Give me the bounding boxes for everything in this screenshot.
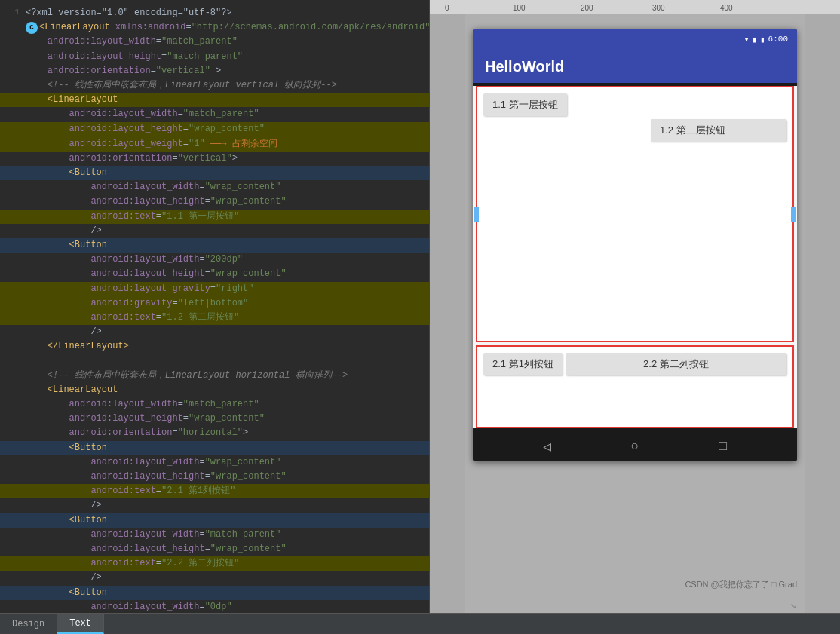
code-line: 1 <?xml version="1.0" encoding="utf-8"?> <box>0 6 429 20</box>
button-1-1[interactable]: 1.1 第一层按钮 <box>483 93 567 116</box>
code-line: /> <box>0 498 429 513</box>
layout-container-horizontal: 2.1 第1列按钮 2.2 第二列按钮 <box>476 345 794 428</box>
code-line: /> <box>0 325 429 339</box>
tab-design-label: Design <box>12 619 44 629</box>
layout-container-vertical: 1.1 第一层按钮 1.2 第二层按钮 <box>476 86 794 342</box>
code-line: android:layout_height="wrap_content" <box>0 267 429 281</box>
code-line: <Button <box>0 166 429 180</box>
code-editor[interactable]: 1 <?xml version="1.0" encoding="utf-8"?>… <box>0 0 430 613</box>
code-text: android:text="1.2 第二层按钮" <box>26 311 426 325</box>
ruler-label-100: 100 <box>513 4 526 12</box>
code-text: /> <box>26 224 426 238</box>
code-line: android:layout_height="wrap_content" <box>0 122 429 136</box>
code-text: <Button <box>26 238 426 253</box>
code-text: <LinearLayout <box>26 93 426 107</box>
code-line: android:layout_gravity="right" <box>0 282 429 296</box>
code-text: /> <box>26 571 426 585</box>
code-line: </LinearLayout> <box>0 339 429 354</box>
horizontal-buttons: 2.1 第1列按钮 2.2 第二列按钮 <box>483 353 786 375</box>
code-line: android:orientation="vertical" > <box>0 64 429 78</box>
code-line: <LinearLayout <box>0 383 429 397</box>
bottom-tabs: Design Text <box>0 613 840 634</box>
c-badge: c <box>26 22 38 34</box>
code-line: android:layout_width="0dp" <box>0 600 429 613</box>
code-line: android:layout_height="wrap_content" <box>0 542 429 556</box>
code-line <box>0 354 429 369</box>
code-line: c<LinearLayout xmlns:android="http://sch… <box>0 20 429 35</box>
button-2-1[interactable]: 2.1 第1列按钮 <box>483 353 563 375</box>
ruler-label-300: 300 <box>652 4 665 12</box>
code-text: <!-- 线性布局中嵌套布局，LinearLayout vertical 纵向排… <box>26 78 426 93</box>
code-line: <Button <box>0 586 429 600</box>
nav-back-icon[interactable]: ◁ <box>543 438 551 455</box>
code-line: android:layout_height="match_parent" <box>0 50 429 64</box>
code-line: /> <box>0 224 429 238</box>
main-area: 1 <?xml version="1.0" encoding="utf-8"?>… <box>0 0 840 613</box>
code-text: android:gravity="left|bottom" <box>26 296 426 311</box>
preview-panel: 0 100 200 300 400 ▾ ▮ ▮ 6:00 <box>430 0 840 613</box>
ruler-label-0: 0 <box>445 4 449 12</box>
code-text: android:text="2.1 第1列按钮" <box>26 484 426 498</box>
code-line: <LinearLayout <box>0 93 429 107</box>
button-2-2[interactable]: 2.2 第二列按钮 <box>566 353 786 375</box>
ruler-label-200: 200 <box>581 4 593 12</box>
battery-icon: ▮ <box>760 35 765 44</box>
code-text: android:layout_gravity="right" <box>26 282 426 296</box>
watermark: CSDN @我把你忘了了 □ Grad <box>685 579 797 590</box>
code-line: android:layout_width="match_parent" <box>0 35 429 49</box>
app-title: HelloWorld <box>485 58 564 75</box>
code-line: <Button <box>0 441 429 455</box>
code-line: <Button <box>0 238 429 253</box>
code-text: <Button <box>26 441 426 455</box>
code-line: <!-- 线性布局中嵌套布局，LinearLayout vertical 纵向排… <box>0 78 429 93</box>
wifi-icon: ▾ <box>744 35 750 44</box>
code-text: <Button <box>26 586 426 600</box>
code-text: android:text="2.2 第二列按钮" <box>26 556 426 571</box>
signal-icon: ▮ <box>752 35 757 44</box>
button-1-2[interactable]: 1.2 第二层按钮 <box>651 119 786 142</box>
line-number: 1 <box>3 6 26 20</box>
nav-recent-icon[interactable]: □ <box>719 439 727 454</box>
code-text: android:layout_height="wrap_content" <box>26 542 426 556</box>
code-text <box>26 354 426 369</box>
ruler-label-400: 400 <box>720 4 733 12</box>
annotation-text: 占剩余空间 <box>232 138 277 149</box>
tab-text[interactable]: Text <box>57 614 104 634</box>
code-text: /> <box>26 498 426 513</box>
status-bar: ▾ ▮ ▮ 6:00 <box>473 29 797 50</box>
top-ruler: 0 100 200 300 400 <box>430 0 840 14</box>
code-line: android:layout_width="200dp" <box>0 253 429 267</box>
code-line: android:layout_height="wrap_content" <box>0 470 429 484</box>
code-line: android:gravity="left|bottom" <box>0 296 429 311</box>
status-icons: ▾ ▮ ▮ 6:00 <box>744 35 788 44</box>
code-line: android:layout_height="wrap_content" <box>0 194 429 209</box>
tab-design[interactable]: Design <box>0 614 57 634</box>
code-text: android:layout_height="wrap_content" <box>26 412 426 426</box>
code-line: android:layout_width="match_parent" <box>0 107 429 121</box>
code-text: </LinearLayout> <box>26 339 426 354</box>
code-text: <Button <box>26 513 426 528</box>
code-text: android:layout_height="wrap_content" <box>26 122 426 136</box>
code-line: android:layout_weight="1" ——→ 占剩余空间 <box>0 136 429 152</box>
code-line: android:layout_height="wrap_content" <box>0 412 429 426</box>
code-text: android:layout_height="wrap_content" <box>26 194 426 209</box>
code-text: android:layout_width="match_parent" <box>26 397 426 412</box>
code-text: android:text="1.1 第一层按钮" <box>26 210 426 224</box>
code-text: /> <box>26 325 426 339</box>
code-line: <!-- 线性布局中嵌套布局，LinearLayout horizontal 横… <box>0 369 429 383</box>
code-text: android:orientation="vertical"> <box>26 152 426 166</box>
code-line: android:layout_width="match_parent" <box>0 397 429 412</box>
preview-content: ▾ ▮ ▮ 6:00 HelloWorld <box>465 14 805 613</box>
code-text: android:layout_height="wrap_content" <box>26 470 426 484</box>
code-text: android:layout_width="match_parent" <box>26 35 426 49</box>
code-line: android:layout_width="match_parent" <box>0 528 429 542</box>
right-handle <box>791 207 796 222</box>
code-line: android:text="1.2 第二层按钮" <box>0 311 429 325</box>
nav-home-icon[interactable]: ○ <box>631 439 639 454</box>
code-text: android:layout_height="wrap_content" <box>26 267 426 281</box>
code-text: android:layout_width="0dp" <box>26 600 426 613</box>
app-content: 1.1 第一层按钮 1.2 第二层按钮 2.1 第1列按钮 2.2 第二列按钮 <box>473 86 797 428</box>
resize-handle[interactable]: ↘ <box>790 599 801 609</box>
time-label: 6:00 <box>768 35 788 44</box>
tab-text-label: Text <box>69 618 91 629</box>
